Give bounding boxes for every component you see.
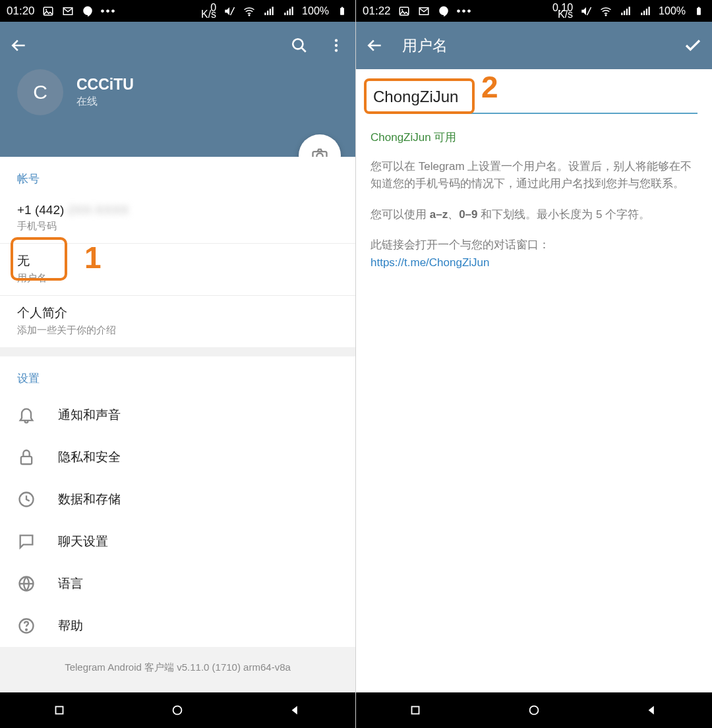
search-button[interactable] (289, 36, 309, 55)
status-time: 01:20 (7, 5, 35, 18)
wifi-icon (243, 5, 256, 18)
setting-label: 通知和声音 (58, 406, 121, 424)
settings-section-title: 设置 (0, 356, 355, 394)
speed-indicator: 0.10K/s (552, 5, 573, 18)
profile-status: 在线 (76, 95, 134, 109)
hangouts-icon (437, 5, 450, 18)
version-footer: Telegram Android 客户端 v5.11.0 (1710) arm6… (0, 647, 355, 692)
phone-row[interactable]: +1 (442) 2XX-XXXX 手机号码 (0, 194, 355, 244)
svg-point-8 (335, 39, 338, 42)
speed-indicator: 0K/s (201, 5, 216, 18)
svg-rect-18 (55, 707, 63, 714)
nav-home[interactable] (527, 703, 541, 717)
svg-rect-13 (21, 457, 32, 464)
lock-icon (17, 448, 36, 466)
setting-chat[interactable]: 聊天设置 (0, 520, 355, 563)
clock-icon (17, 490, 36, 509)
signal-4g-icon (262, 5, 276, 18)
bio-row[interactable]: 个人简介 添加一些关于你的介绍 (0, 296, 355, 347)
avatar[interactable]: C (17, 69, 63, 115)
setting-label: 帮助 (58, 617, 83, 634)
nav-recents[interactable] (52, 703, 67, 717)
setting-label: 聊天设置 (58, 533, 108, 550)
svg-rect-26 (698, 7, 699, 8)
svg-rect-6 (341, 7, 343, 8)
nav-back[interactable] (289, 703, 303, 717)
status-bar: 01:22 ••• 0.10K/s (356, 0, 712, 22)
status-time: 01:22 (363, 5, 391, 18)
username-appbar: 用户名 (356, 22, 712, 69)
left-screen: 01:20 ••• 0K/s (0, 0, 356, 728)
more-dots-icon: ••• (101, 5, 117, 18)
battery-percent: 100% (302, 5, 329, 17)
globe-icon (17, 574, 36, 593)
setting-help[interactable]: 帮助 (0, 605, 355, 647)
bio-hint: 添加一些关于你的介绍 (17, 324, 338, 337)
wifi-icon (599, 5, 612, 18)
signal-4g-icon-2 (282, 5, 295, 18)
bio-title: 个人简介 (17, 304, 338, 322)
username-explain-2: 您可以使用 a–z、0–9 和下划线。最小长度为 5 个字符。 (371, 206, 697, 223)
svg-rect-27 (412, 707, 419, 714)
setting-language[interactable]: 语言 (0, 563, 355, 605)
appbar-title: 用户名 (402, 36, 448, 56)
phone-value: +1 (442) 2XX-XXXX (17, 203, 338, 217)
svg-point-10 (335, 49, 338, 51)
username-explain-1: 您可以在 Telegram 上设置一个用户名。设置后，别人将能够在不知道您的手机… (371, 158, 697, 193)
username-link[interactable]: https://t.me/ChongZiJun (371, 256, 697, 269)
username-availability: ChongZiJun 可用 (371, 130, 697, 145)
help-icon (17, 617, 36, 635)
battery-icon (692, 5, 705, 18)
overflow-menu-button[interactable] (326, 36, 346, 55)
svg-point-24 (605, 14, 607, 16)
account-section-title: 帐号 (0, 157, 355, 194)
gmail-icon (61, 5, 74, 18)
svg-point-9 (335, 44, 338, 47)
nav-recents[interactable] (408, 703, 423, 717)
username-explain-3: 此链接会打开一个与您的对话窗口： (371, 237, 697, 254)
confirm-button[interactable] (683, 36, 703, 55)
mute-icon (223, 5, 236, 18)
username-input[interactable] (371, 82, 697, 114)
more-dots-icon: ••• (457, 5, 473, 18)
section-divider (0, 347, 355, 356)
svg-line-23 (587, 7, 591, 15)
svg-rect-5 (340, 7, 344, 14)
setting-privacy[interactable]: 隐私和安全 (0, 436, 355, 478)
setting-label: 隐私和安全 (58, 449, 121, 466)
svg-point-19 (173, 706, 182, 715)
svg-point-21 (401, 9, 402, 10)
profile-header: C CCCiTU 在线 (0, 69, 355, 115)
svg-point-1 (45, 9, 46, 10)
settings-content: 帐号 +1 (442) 2XX-XXXX 手机号码 无 用户名 1 个人简介 添… (0, 157, 355, 692)
chat-icon (17, 532, 36, 551)
setting-data[interactable]: 数据和存储 (0, 478, 355, 520)
status-bar: 01:20 ••• 0K/s (0, 0, 355, 22)
bell-icon (17, 406, 36, 424)
svg-point-17 (26, 629, 27, 630)
svg-rect-25 (697, 7, 701, 14)
android-navbar (0, 692, 355, 728)
svg-line-3 (231, 7, 235, 15)
svg-point-4 (249, 14, 250, 16)
back-button[interactable] (9, 36, 29, 55)
username-content: 2 ChongZiJun 可用 您可以在 Telegram 上设置一个用户名。设… (356, 69, 712, 692)
profile-name: CCCiTU (76, 76, 134, 94)
battery-icon (336, 5, 349, 18)
right-screen: 01:22 ••• 0.10K/s (356, 0, 712, 728)
svg-point-28 (530, 706, 539, 715)
username-value: 无 (17, 252, 338, 269)
hangouts-icon (81, 5, 94, 18)
setting-notifications[interactable]: 通知和声音 (0, 394, 355, 436)
username-row[interactable]: 无 用户名 (0, 244, 355, 296)
setting-label: 语言 (58, 575, 83, 592)
username-label: 用户名 (17, 272, 338, 285)
image-icon (398, 5, 411, 18)
android-navbar (356, 692, 712, 728)
nav-back[interactable] (645, 703, 660, 717)
back-button[interactable] (365, 36, 385, 55)
svg-point-7 (293, 39, 303, 49)
gmail-icon (417, 5, 430, 18)
signal-4g-icon-2 (639, 5, 652, 18)
nav-home[interactable] (170, 703, 185, 717)
